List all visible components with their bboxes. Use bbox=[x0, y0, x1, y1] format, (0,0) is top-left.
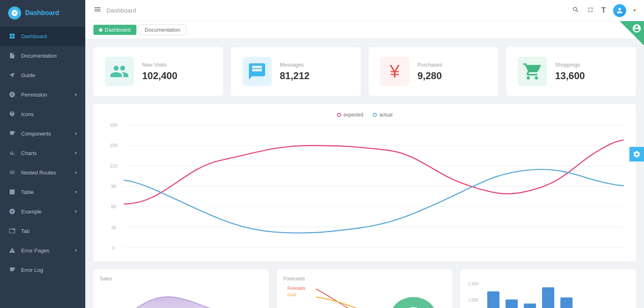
stat-card-messages: Messages 81,212 bbox=[231, 47, 361, 96]
logo-text: Dashboard bbox=[25, 9, 59, 17]
svg-rect-35 bbox=[560, 297, 573, 308]
svg-rect-1 bbox=[13, 34, 15, 36]
svg-rect-33 bbox=[524, 304, 536, 308]
bottom-charts: Sales Forecasts Forecasts Gold bbox=[93, 269, 636, 308]
error-pages-icon bbox=[8, 246, 16, 254]
header-actions: T ▾ bbox=[572, 4, 636, 17]
chart-legend: expected actual bbox=[102, 112, 628, 118]
documentation-icon bbox=[8, 52, 16, 60]
sidebar-item-error-pages[interactable]: Error Pages ▾ bbox=[0, 241, 85, 260]
stat-info-shoppings: Shoppings 13,600 bbox=[555, 62, 625, 82]
sidebar-item-icons-label: Icons bbox=[21, 111, 77, 117]
svg-text:120: 120 bbox=[110, 164, 117, 168]
stat-label-shoppings: Shoppings bbox=[555, 62, 625, 68]
stat-value-new-visits: 102,400 bbox=[142, 70, 212, 82]
error-pages-chevron: ▾ bbox=[75, 248, 77, 253]
sidebar-item-nested-routes-label: Nested Routes bbox=[21, 170, 75, 176]
example-chevron: ▾ bbox=[75, 209, 77, 214]
stat-info-messages: Messages 81,212 bbox=[280, 62, 349, 82]
stat-info-purchases: Purchases 9,280 bbox=[417, 62, 487, 82]
stat-icon-new-visits bbox=[105, 57, 134, 86]
tab-documentation-label: Documentation bbox=[145, 27, 180, 33]
sidebar-item-permission[interactable]: Permission ▾ bbox=[0, 85, 85, 104]
text-size-icon[interactable]: T bbox=[601, 6, 606, 15]
svg-text:Gold: Gold bbox=[287, 293, 296, 297]
stat-card-purchases: ¥ Purchases 9,280 bbox=[369, 47, 498, 96]
sidebar-item-nested-routes[interactable]: Nested Routes ▾ bbox=[0, 163, 85, 182]
avatar[interactable] bbox=[613, 4, 626, 17]
sidebar-item-tab[interactable]: Tab bbox=[0, 221, 85, 241]
stats-row: New Visits 102,400 Messages 81,212 bbox=[93, 47, 636, 96]
avatar-dropdown-arrow[interactable]: ▾ bbox=[633, 8, 636, 13]
right-float-panel bbox=[629, 147, 644, 162]
tab-documentation[interactable]: Documentation bbox=[139, 24, 186, 35]
legend-expected-label: expected bbox=[344, 112, 363, 118]
svg-text:150: 150 bbox=[110, 143, 117, 148]
sidebar-item-guide[interactable]: Guide bbox=[0, 65, 85, 85]
components-icon bbox=[8, 129, 16, 138]
sidebar-item-table[interactable]: Table ▾ bbox=[0, 182, 85, 202]
charts-chevron: ▾ bbox=[75, 151, 77, 156]
stat-card-new-visits: New Visits 102,400 bbox=[93, 47, 223, 96]
sidebar-item-table-label: Table bbox=[21, 189, 75, 195]
header: Dashboard T ▾ bbox=[85, 0, 644, 21]
charts-icon bbox=[8, 149, 16, 157]
sales-chart-svg bbox=[100, 285, 262, 308]
nested-routes-chevron: ▾ bbox=[75, 170, 77, 175]
stats-chart-svg: 1,200 1,000 bbox=[467, 279, 629, 308]
legend-actual: actual bbox=[373, 112, 392, 118]
tab-active-dot bbox=[99, 28, 102, 32]
permission-icon bbox=[8, 90, 16, 99]
sidebar-item-dashboard-label: Dashboard bbox=[21, 33, 77, 39]
settings-float-button[interactable] bbox=[629, 147, 644, 162]
legend-dot-actual bbox=[373, 113, 377, 117]
sidebar-item-components-label: Components bbox=[21, 131, 75, 137]
stat-label-messages: Messages bbox=[280, 62, 349, 68]
stat-card-shoppings: Shoppings 13,600 bbox=[506, 47, 636, 96]
stat-value-messages: 81,212 bbox=[280, 70, 349, 82]
sidebar-item-error-pages-label: Error Pages bbox=[21, 248, 75, 254]
svg-text:180: 180 bbox=[110, 122, 117, 127]
sidebar: Dashboard Dashboard Documentation Guide … bbox=[0, 0, 85, 308]
forecasts-title: Forecasts bbox=[283, 276, 446, 282]
icons-icon bbox=[8, 110, 16, 118]
permission-chevron: ▾ bbox=[75, 92, 77, 97]
breadcrumb-bar: Dashboard Documentation bbox=[85, 21, 644, 39]
sidebar-item-components[interactable]: Components ▾ bbox=[0, 124, 85, 143]
stat-value-shoppings: 13,600 bbox=[555, 70, 625, 82]
legend-actual-label: actual bbox=[379, 112, 392, 118]
sidebar-logo[interactable]: Dashboard bbox=[0, 0, 85, 26]
table-chevron: ▾ bbox=[75, 190, 77, 195]
guide-icon bbox=[8, 71, 16, 79]
stat-icon-purchases: ¥ bbox=[380, 57, 409, 86]
fullscreen-icon[interactable] bbox=[587, 6, 594, 15]
menu-icon[interactable] bbox=[93, 5, 102, 15]
svg-point-27 bbox=[391, 297, 436, 308]
bottom-chart-sales: Sales bbox=[93, 269, 269, 308]
sidebar-item-example[interactable]: Example ▾ bbox=[0, 202, 85, 221]
dashboard-icon bbox=[8, 32, 16, 40]
svg-text:Forecasts: Forecasts bbox=[287, 286, 305, 291]
logo-icon bbox=[8, 6, 21, 19]
svg-text:0: 0 bbox=[112, 245, 115, 250]
tab-dashboard[interactable]: Dashboard bbox=[93, 25, 136, 35]
sidebar-item-charts-label: Charts bbox=[21, 150, 75, 156]
sidebar-item-documentation[interactable]: Documentation bbox=[0, 46, 85, 65]
sidebar-item-dashboard[interactable]: Dashboard bbox=[0, 26, 85, 46]
sidebar-item-example-label: Example bbox=[21, 209, 75, 215]
legend-expected: expected bbox=[337, 112, 363, 118]
svg-text:90: 90 bbox=[111, 184, 116, 189]
search-icon[interactable] bbox=[572, 6, 579, 15]
sidebar-item-icons[interactable]: Icons bbox=[0, 104, 85, 124]
tab-icon bbox=[8, 227, 16, 235]
sidebar-item-error-log[interactable]: Error Log bbox=[0, 260, 85, 280]
sidebar-item-tab-label: Tab bbox=[21, 228, 77, 234]
svg-text:1,200: 1,200 bbox=[468, 282, 478, 286]
line-chart-svg: 0 30 60 90 120 150 180 bbox=[102, 122, 628, 252]
sidebar-item-charts[interactable]: Charts ▾ bbox=[0, 143, 85, 163]
tab-dashboard-label: Dashboard bbox=[105, 27, 131, 33]
forecasts-chart-svg: Forecasts Gold bbox=[283, 285, 446, 308]
sales-title: Sales bbox=[100, 276, 262, 282]
stat-label-purchases: Purchases bbox=[417, 62, 487, 68]
sidebar-item-error-log-label: Error Log bbox=[21, 267, 77, 273]
